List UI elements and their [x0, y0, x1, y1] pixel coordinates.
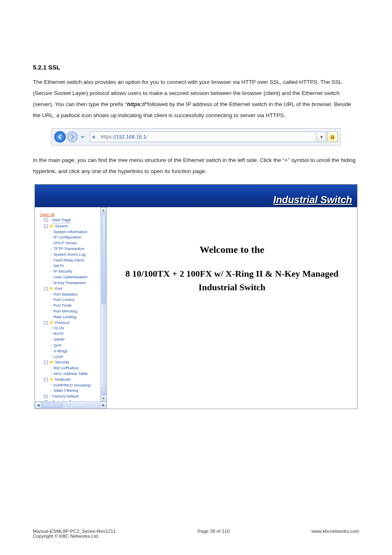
tree-label: X-Ring2: [53, 349, 67, 354]
collapse-icon[interactable]: −: [44, 378, 48, 382]
tree-port[interactable]: −Port: [40, 286, 99, 291]
tree-scroll-area[interactable]: Open all +Main Page −System System Infor…: [35, 207, 100, 401]
tree-label: Fault Relay Alarm: [53, 258, 84, 263]
page-icon: [51, 326, 53, 331]
tree-item[interactable]: SNMP: [40, 337, 99, 342]
tree-label: VLAN: [53, 326, 64, 331]
welcome-heading: Welcome to the: [115, 244, 349, 255]
tree-item[interactable]: TFTP Transaction: [40, 246, 99, 252]
tree-item[interactable]: Fault Relay Alarm: [40, 258, 99, 263]
banner-title: Industrial Switch: [273, 194, 352, 206]
tree-item[interactable]: X-Ring2: [40, 349, 99, 354]
collapse-icon[interactable]: −: [44, 361, 48, 364]
tree-item[interactable]: SNTP: [40, 264, 99, 269]
tree-item[interactable]: VLAN: [40, 326, 99, 331]
page-icon: [51, 354, 53, 360]
scroll-right-button[interactable]: ▶: [100, 402, 106, 409]
tree-protocol[interactable]: −Protocol: [40, 320, 99, 326]
tree-item[interactable]: LLDP: [40, 354, 99, 360]
page-icon: [51, 337, 53, 342]
tree-item[interactable]: 802.1x/Radius: [40, 365, 99, 371]
ssl-padlock[interactable]: [327, 132, 338, 142]
tree-label: SNMP: [53, 337, 65, 342]
tree-label: Rate Limiting: [53, 314, 76, 320]
svg-rect-0: [331, 136, 334, 139]
tree-label: DHCP Server: [53, 240, 77, 246]
url-input[interactable]: e https://192.168.16.1/: [90, 132, 316, 142]
tree-item[interactable]: Rate Limiting: [40, 314, 99, 320]
page-icon: [51, 252, 53, 257]
tree-factory-default[interactable]: +Factory Default: [40, 394, 99, 399]
tree-label: Main Page: [52, 217, 71, 223]
tree-item[interactable]: Port Statistics: [40, 292, 99, 297]
page-icon: [51, 297, 53, 303]
page-icon: [51, 269, 53, 274]
tree-item[interactable]: IP Security: [40, 269, 99, 274]
page-icon: [51, 240, 53, 246]
tree-label: System: [55, 224, 68, 229]
tree-label: MAC Address Table: [53, 371, 88, 377]
nav-back-button[interactable]: [54, 131, 66, 143]
tree-item[interactable]: QoS: [40, 343, 99, 348]
page-icon: [51, 349, 53, 354]
tree-item[interactable]: Port Trunk: [40, 303, 99, 308]
tree-item[interactable]: User Authentication: [40, 275, 99, 280]
nav-forward-button[interactable]: [67, 131, 78, 143]
scroll-thumb-bottom[interactable]: [101, 387, 106, 395]
tree-item[interactable]: IGMP/MLD Snooping: [40, 383, 99, 388]
tree-label: Port Mirroring: [53, 309, 77, 314]
tree-item[interactable]: RSTP: [40, 331, 99, 337]
tree-item[interactable]: IP Configuration: [40, 235, 99, 240]
tree-label: Port Control: [53, 297, 74, 303]
tree-item[interactable]: Port Mirroring: [40, 309, 99, 314]
tree-vertical-scrollbar[interactable]: ▲ ▼: [100, 207, 106, 401]
scroll-up-button[interactable]: ▲: [101, 207, 106, 213]
page-footer: Manual-ESML8P-PC2_Series-Rev1211 Copyrig…: [33, 529, 359, 539]
switch-body: Open all +Main Page −System System Infor…: [35, 207, 357, 409]
tree-item[interactable]: Port Control: [40, 297, 99, 303]
tree-label: SNTP: [53, 264, 64, 269]
tree-item[interactable]: DHCP Server: [40, 240, 99, 246]
scroll-down-button[interactable]: ▼: [101, 395, 106, 401]
tree-item[interactable]: System Event Log: [40, 252, 99, 257]
tree-item[interactable]: N-Key Transaction: [40, 280, 99, 286]
folder-icon: [49, 320, 55, 326]
paragraph-1: The Ethernet switch also provides an opt…: [33, 76, 359, 121]
tree-main-page[interactable]: +Main Page: [40, 217, 99, 223]
tree-label: User Authentication: [53, 275, 87, 280]
scroll-thumb[interactable]: [101, 214, 106, 304]
collapse-icon[interactable]: −: [44, 224, 48, 228]
page-icon: [51, 292, 53, 297]
tree-multicast[interactable]: −Multicast: [40, 377, 99, 382]
tree-item[interactable]: Static Filtering: [40, 388, 99, 393]
tree-security[interactable]: −Security: [40, 360, 99, 365]
url-dropdown-button[interactable]: ▼: [317, 132, 326, 142]
expand-icon[interactable]: +: [44, 395, 48, 398]
tree-label: IP Security: [53, 269, 72, 274]
collapse-icon[interactable]: −: [44, 287, 48, 291]
tree-horizontal-scrollbar[interactable]: ◀ ▶: [35, 401, 106, 409]
tree-item[interactable]: MAC Address Table: [40, 371, 99, 377]
arrow-right-icon: [69, 134, 75, 140]
scroll-left-button[interactable]: ◀: [35, 402, 41, 409]
page-icon: [51, 331, 53, 337]
tree-label: 802.1x/Radius: [53, 365, 78, 371]
collapse-icon[interactable]: −: [44, 321, 48, 325]
chevron-down-icon: [81, 135, 85, 139]
folder-icon: [49, 286, 55, 291]
page-icon: [51, 235, 53, 240]
page-icon: [51, 383, 53, 388]
tree-label: IGMP/MLD Snooping: [53, 383, 90, 388]
ie-icon: e: [92, 134, 98, 140]
tree-system[interactable]: −System: [40, 224, 99, 229]
tree-item[interactable]: System Information: [40, 229, 99, 235]
page-icon: [51, 314, 53, 320]
page-icon: [51, 275, 53, 280]
tree-label: TFTP Transaction: [53, 246, 84, 252]
scroll-thumb-h[interactable]: [42, 402, 62, 408]
expand-icon[interactable]: +: [44, 218, 48, 222]
nav-history-dropdown[interactable]: [81, 133, 86, 141]
paragraph-2: In the main page, you can find the tree …: [33, 155, 359, 177]
page-icon: [51, 258, 53, 263]
open-all-link[interactable]: Open all: [40, 212, 99, 217]
